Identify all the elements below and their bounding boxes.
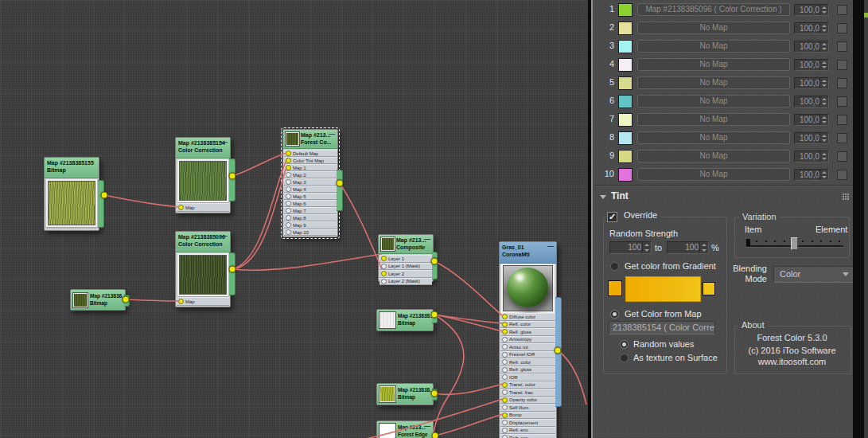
slot-layer-1[interactable]: Layer 1 <box>380 255 432 263</box>
wire[interactable] <box>232 254 382 270</box>
slot-refr-color[interactable]: Refr. color <box>500 358 555 366</box>
input-socket[interactable] <box>286 165 291 170</box>
spinner-arrows[interactable] <box>819 170 828 180</box>
opacity-spinner[interactable]: 100,0 <box>794 151 829 162</box>
output-tab[interactable] <box>98 180 104 228</box>
map-thumbnail[interactable] <box>380 424 395 438</box>
input-socket[interactable] <box>286 158 291 163</box>
input-socket[interactable] <box>286 194 291 199</box>
input-socket[interactable] <box>502 314 508 319</box>
variation-slider-handle[interactable] <box>791 237 798 250</box>
minimize-button[interactable]: — <box>221 138 228 146</box>
map-button[interactable]: No Map <box>637 76 790 89</box>
blending-mode-dropdown[interactable]: Color <box>773 266 854 283</box>
output-tab[interactable] <box>229 158 235 201</box>
slot-color-tint-map[interactable]: Color Tint Map <box>284 157 337 164</box>
opacity-spinner[interactable]: 100,0 <box>794 169 829 181</box>
spinner-arrows[interactable] <box>819 133 828 143</box>
input-socket[interactable] <box>502 367 508 373</box>
input-socket-map[interactable] <box>178 299 184 304</box>
opacity-spinner[interactable]: 100,0 <box>794 77 829 89</box>
spinner-down-icon[interactable] <box>822 176 827 178</box>
spinner-arrows[interactable] <box>819 5 828 15</box>
output-socket[interactable] <box>431 390 438 397</box>
slot-self-illum-[interactable]: Self illum. <box>500 404 555 412</box>
spinner-down-icon[interactable] <box>822 48 827 50</box>
color-swatch[interactable] <box>618 40 633 53</box>
output-socket[interactable] <box>123 296 130 303</box>
input-socket[interactable] <box>381 264 387 269</box>
row-option-toggle[interactable] <box>837 133 847 143</box>
row-option-toggle[interactable] <box>837 96 847 107</box>
tint-map-field[interactable]: 2138385154 ( Color Corre <box>609 321 715 334</box>
row-option-toggle[interactable] <box>837 23 847 33</box>
input-socket[interactable] <box>502 352 508 358</box>
opacity-spinner[interactable]: 100,0 <box>794 59 829 71</box>
row-option-toggle[interactable] <box>837 151 847 162</box>
spinner-arrows[interactable] <box>819 60 828 70</box>
slot-layer-2-mask-[interactable]: Layer 2 (Mask) <box>380 278 432 286</box>
spinner-up-icon[interactable] <box>822 98 827 100</box>
input-socket[interactable] <box>502 359 508 365</box>
spinner-arrows[interactable] <box>819 23 828 33</box>
output-socket[interactable] <box>431 258 438 265</box>
slot-ior[interactable]: IOR <box>500 373 555 381</box>
node-header[interactable]: — Map #2138385096 Color Correction <box>176 232 230 252</box>
row-option-toggle[interactable] <box>837 78 847 88</box>
map-button[interactable]: No Map <box>637 95 790 108</box>
gradient-right-swatch[interactable] <box>703 282 715 295</box>
wire[interactable] <box>435 414 503 436</box>
spinner-down-icon[interactable] <box>822 11 827 14</box>
node-bitmap-grass[interactable]: Map #213838... Bitmap <box>376 383 434 405</box>
slot-opacity-color[interactable]: Opacity color <box>500 397 555 405</box>
output-tab[interactable] <box>337 170 343 211</box>
output-socket[interactable] <box>229 173 236 180</box>
node-color-correction-2138385096[interactable]: — Map #2138385096 Color Correction Map <box>175 231 231 307</box>
minimize-button[interactable]: — <box>424 235 430 243</box>
spinner-arrows[interactable] <box>819 78 828 88</box>
slot-map[interactable]: Map <box>177 297 229 306</box>
wire[interactable] <box>433 315 464 438</box>
input-socket[interactable] <box>286 222 291 228</box>
as-texture-radio[interactable] <box>620 354 629 362</box>
get-color-from-gradient-radio[interactable] <box>610 262 619 271</box>
input-socket[interactable] <box>286 229 291 235</box>
output-socket[interactable] <box>337 180 344 187</box>
node-graph-canvas[interactable]: Map #2138385155 Bitmap — Map #2138385154… <box>0 0 588 438</box>
slot-displacement[interactable]: Displacement <box>500 419 555 427</box>
node-forest-color[interactable]: — Map #213... Forest Co... Default MapCo… <box>282 129 338 237</box>
input-socket[interactable] <box>286 186 291 192</box>
input-socket[interactable] <box>286 215 291 221</box>
map-button[interactable]: No Map <box>637 40 790 53</box>
slot-refl-env-[interactable]: Refl. env. <box>500 427 555 435</box>
color-swatch[interactable] <box>618 95 633 108</box>
node-header[interactable]: — Gras_01 CoronaMtl <box>500 242 556 264</box>
spinner-up-icon[interactable] <box>822 25 827 27</box>
spinner-down-icon[interactable] <box>822 66 827 68</box>
wire[interactable] <box>434 261 503 316</box>
output-tab[interactable] <box>229 252 235 295</box>
slot-layer-1-mask-[interactable]: Layer 1 (Mask) <box>380 263 432 271</box>
spinner-up-icon[interactable] <box>822 43 827 45</box>
slot-anisotropy[interactable]: Anisotropy <box>500 336 555 344</box>
opacity-spinner[interactable]: 100,0 <box>794 22 829 34</box>
input-socket[interactable] <box>502 322 508 327</box>
color-swatch[interactable] <box>618 150 633 163</box>
bitmap-thumbnail[interactable] <box>73 293 88 307</box>
wire[interactable] <box>434 315 503 323</box>
slot-layer-2[interactable]: Layer 2 <box>380 270 432 278</box>
output-socket[interactable] <box>432 432 439 438</box>
opacity-spinner[interactable]: 100,0 <box>794 114 829 126</box>
spinner-arrows[interactable] <box>819 96 828 107</box>
gradient-bar[interactable] <box>625 276 701 302</box>
spinner-down-icon[interactable] <box>822 29 827 32</box>
map-button[interactable]: No Map <box>637 131 790 144</box>
override-checkbox[interactable]: ✓ <box>607 212 617 222</box>
minimize-button[interactable]: — <box>221 232 228 240</box>
node-bitmap-white[interactable]: Map #213838... Bitmap <box>376 309 434 331</box>
panel-splitter[interactable] <box>588 0 594 438</box>
node-header[interactable]: Map #2138385155 Bitmap <box>45 158 99 178</box>
input-socket[interactable] <box>502 382 508 388</box>
slot-bump[interactable]: Bump <box>500 412 555 420</box>
map-thumbnail[interactable] <box>177 159 228 202</box>
